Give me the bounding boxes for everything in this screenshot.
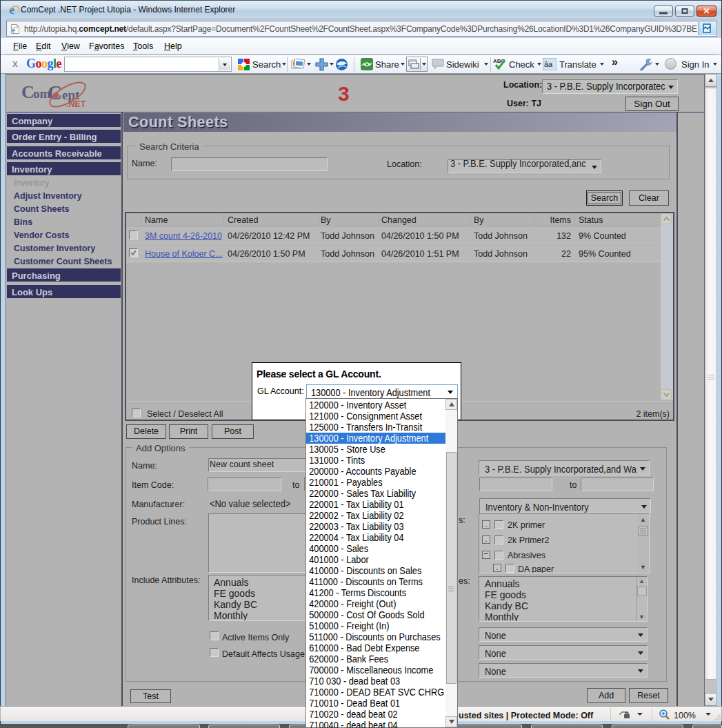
svg-text:âa: âa <box>544 60 553 68</box>
svg-text:e: e <box>12 25 15 33</box>
svg-text:.NET: .NET <box>66 99 86 109</box>
svg-text:C: C <box>21 82 34 102</box>
